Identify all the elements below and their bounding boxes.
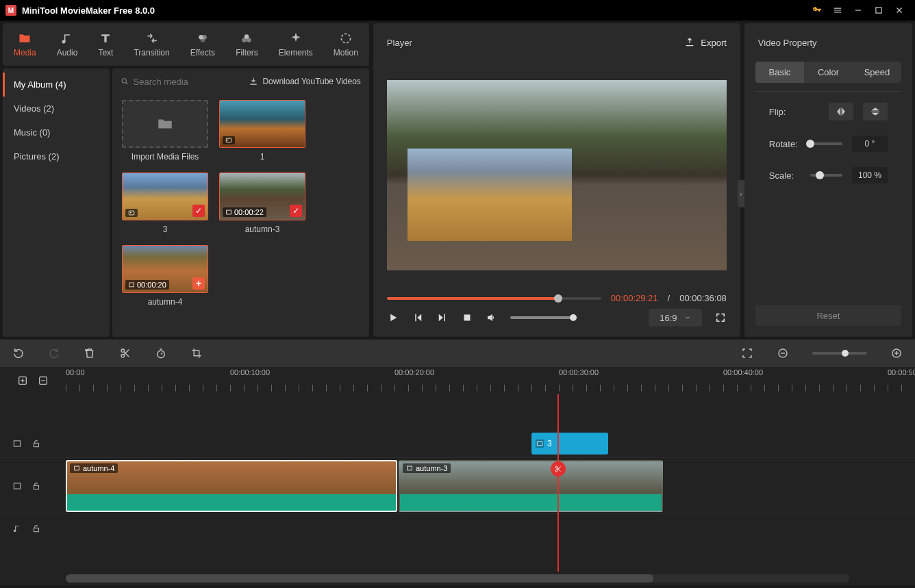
undo-button[interactable] <box>12 347 25 359</box>
search-input[interactable] <box>134 77 244 87</box>
player-panel: Player Export 00:00:29:21 / 00:00:36:08 <box>373 23 740 337</box>
sidebar-item-myalbum[interactable]: My Album (4) <box>3 73 110 97</box>
export-button[interactable]: Export <box>684 37 727 48</box>
zoom-in-button[interactable] <box>890 347 903 359</box>
tab-media[interactable]: Media <box>8 27 42 62</box>
unlock-icon[interactable] <box>32 439 41 448</box>
ruler-tick: 00:00:30:00 <box>559 368 599 376</box>
text-icon <box>99 31 112 45</box>
tab-speed[interactable]: Speed <box>853 62 901 83</box>
scale-knob[interactable] <box>816 171 824 179</box>
tab-text[interactable]: Text <box>92 27 118 62</box>
timeline-toolbar <box>0 340 915 367</box>
timeline-clip[interactable]: autumn-3 <box>399 460 663 512</box>
playhead[interactable] <box>557 394 559 572</box>
overlay-clip[interactable]: 3 <box>531 433 608 455</box>
media-item[interactable]: 00:00:22 ✓ autumn-3 <box>219 172 305 234</box>
volume-icon[interactable] <box>486 311 498 324</box>
collapse-panel-button[interactable]: › <box>738 180 744 207</box>
redo-button[interactable] <box>48 347 60 359</box>
transition-icon <box>145 31 159 45</box>
tab-elements[interactable]: Elements <box>273 27 318 62</box>
svg-rect-16 <box>464 315 470 321</box>
delete-button[interactable] <box>84 347 96 359</box>
svg-point-9 <box>122 79 126 83</box>
player-canvas[interactable] <box>387 80 727 270</box>
crop-button[interactable] <box>190 347 203 359</box>
add-track-button[interactable] <box>17 375 28 386</box>
aspect-ratio-select[interactable]: 16:9 <box>649 309 702 327</box>
scale-value[interactable]: 100 % <box>852 167 888 183</box>
zoom-knob[interactable] <box>842 350 849 357</box>
rotate-value[interactable]: 0 ° <box>852 136 888 152</box>
flip-horizontal-button[interactable] <box>829 103 853 120</box>
tab-audio[interactable]: Audio <box>51 27 84 62</box>
check-icon: ✓ <box>290 205 302 217</box>
window-minimize-button[interactable] <box>848 0 868 21</box>
progress-fill <box>387 297 558 300</box>
media-item[interactable]: 1 <box>219 100 305 162</box>
unlock-icon[interactable] <box>32 481 41 491</box>
rotate-knob[interactable] <box>806 140 814 148</box>
tab-color[interactable]: Color <box>804 62 853 83</box>
media-item[interactable]: 00:00:20 + autumn-4 <box>122 245 208 307</box>
fullscreen-button[interactable] <box>714 311 727 324</box>
flip-label: Flip: <box>769 107 801 117</box>
window-close-button[interactable] <box>889 0 910 21</box>
timeline-tracks: 3 autumn-4 autumn-3 <box>0 394 915 572</box>
tab-basic[interactable]: Basic <box>755 62 804 83</box>
flip-vertical-button[interactable] <box>863 103 888 120</box>
tab-filters-label: Filters <box>236 48 258 57</box>
speed-button[interactable] <box>155 347 167 359</box>
tab-filters[interactable]: Filters <box>230 27 264 62</box>
hamburger-menu-icon[interactable] <box>827 0 848 21</box>
search-media[interactable] <box>121 77 243 87</box>
film-icon <box>12 481 22 491</box>
player-title: Player <box>387 38 412 48</box>
svg-point-7 <box>247 38 251 42</box>
sidebar-item-pictures[interactable]: Pictures (2) <box>3 144 110 168</box>
play-button[interactable] <box>387 311 399 324</box>
tab-motion-label: Motion <box>334 48 358 57</box>
import-media-button[interactable]: Import Media Files <box>122 100 208 162</box>
playhead-split-icon[interactable] <box>551 461 566 476</box>
svg-rect-29 <box>14 483 20 488</box>
scrollbar-thumb[interactable] <box>66 574 653 583</box>
reset-button[interactable]: Reset <box>755 305 901 326</box>
flip-v-icon <box>870 106 881 117</box>
sidebar-item-music[interactable]: Music (0) <box>3 120 110 144</box>
tab-motion[interactable]: Motion <box>328 27 364 62</box>
prev-frame-button[interactable] <box>412 311 424 324</box>
volume-slider[interactable] <box>510 316 573 319</box>
download-youtube-link[interactable]: Download YouTube Videos <box>249 77 360 86</box>
tab-text-label: Text <box>98 48 113 57</box>
tab-effects-label: Effects <box>190 48 215 57</box>
zoom-out-button[interactable] <box>777 347 789 359</box>
timeline-ruler[interactable]: 00:00 00:00:10:00 00:00:20:00 00:00:30:0… <box>66 367 915 394</box>
progress-slider[interactable] <box>387 297 601 300</box>
window-maximize-button[interactable] <box>868 0 889 21</box>
upgrade-key-icon[interactable] <box>807 0 827 21</box>
add-icon[interactable]: + <box>192 277 205 290</box>
rotate-slider[interactable] <box>810 142 842 145</box>
image-badge-icon <box>223 136 235 144</box>
volume-knob[interactable] <box>570 314 577 321</box>
zoom-slider[interactable] <box>812 352 867 355</box>
remove-track-button[interactable] <box>38 375 49 386</box>
sidebar-item-videos[interactable]: Videos (2) <box>3 97 110 120</box>
scale-slider[interactable] <box>810 174 842 177</box>
timeline-scrollbar[interactable] <box>66 574 849 583</box>
effects-icon <box>196 31 210 45</box>
unlock-icon[interactable] <box>32 524 41 533</box>
zoom-fit-button[interactable] <box>741 347 753 359</box>
clip-audio-waveform <box>400 494 662 511</box>
timeline-clip[interactable]: autumn-4 <box>66 460 397 512</box>
progress-knob[interactable] <box>554 294 562 303</box>
module-tabs: Media Audio Text Transition Effects Filt… <box>3 23 369 66</box>
split-button[interactable] <box>119 347 131 359</box>
media-item[interactable]: ✓ 3 <box>122 172 208 234</box>
stop-button[interactable] <box>461 311 473 324</box>
next-frame-button[interactable] <box>436 311 449 324</box>
tab-effects[interactable]: Effects <box>185 27 221 62</box>
tab-transition[interactable]: Transition <box>128 27 175 62</box>
